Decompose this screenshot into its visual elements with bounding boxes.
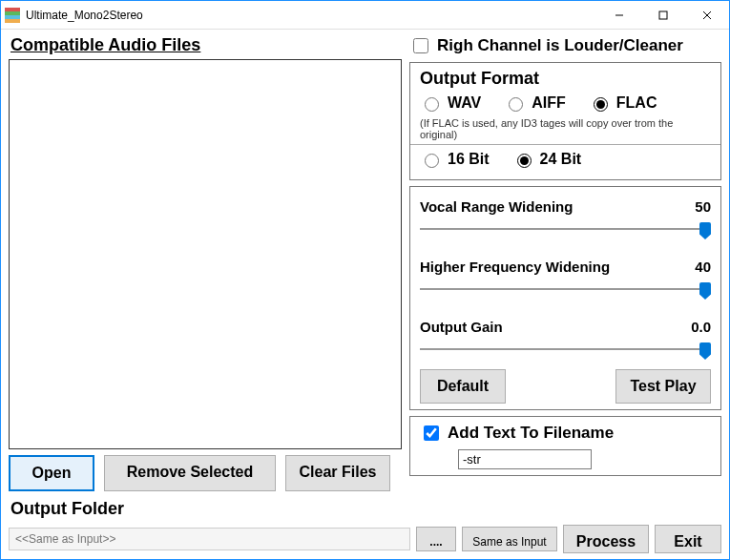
- svg-rect-1: [659, 11, 667, 19]
- maximize-button[interactable]: [641, 1, 685, 30]
- titlebar: Ultimate_Mono2Stereo: [1, 1, 729, 30]
- gain-slider[interactable]: [420, 342, 711, 362]
- wav-radio-label[interactable]: WAV: [420, 94, 481, 112]
- output-folder-label: Output Folder: [10, 499, 402, 519]
- app-window: Ultimate_Mono2Stereo Compatible Audio Fi…: [0, 0, 730, 560]
- exit-button[interactable]: Exit: [655, 525, 721, 553]
- minimize-button[interactable]: [597, 1, 641, 30]
- higher-slider[interactable]: [420, 282, 711, 301]
- flac-radio-label[interactable]: FLAC: [589, 94, 657, 112]
- app-icon: [5, 8, 20, 23]
- gain-slider-label: Output Gain: [420, 319, 503, 335]
- output-format-group: Output Format WAV AIFF FLAC (If FLAC is …: [409, 62, 721, 180]
- bit24-radio-label[interactable]: 24 Bit: [512, 151, 582, 168]
- browse-button[interactable]: ....: [416, 527, 456, 551]
- flac-note: (If FLAC is used, any ID3 tages will cop…: [420, 117, 711, 140]
- remove-selected-button[interactable]: Remove Selected: [104, 455, 276, 491]
- default-button[interactable]: Default: [420, 369, 506, 404]
- vocal-slider-value: 50: [695, 198, 711, 215]
- higher-slider-value: 40: [695, 259, 711, 275]
- open-button[interactable]: Open: [9, 455, 94, 491]
- wav-radio[interactable]: [425, 97, 439, 112]
- file-list[interactable]: [9, 59, 402, 449]
- clear-files-button[interactable]: Clear Files: [285, 455, 390, 491]
- add-text-label: Add Text To Filename: [448, 424, 614, 443]
- flac-radio[interactable]: [594, 97, 608, 112]
- sliders-group: Vocal Range Widening 50 Higher Frequency…: [409, 186, 721, 410]
- compatible-files-heading: Compatible Audio Files: [10, 35, 402, 55]
- window-title: Ultimate_Mono2Stereo: [26, 9, 143, 22]
- process-button[interactable]: Process: [563, 525, 649, 553]
- bit16-radio[interactable]: [425, 154, 439, 168]
- vocal-slider[interactable]: [420, 222, 711, 241]
- add-text-group: Add Text To Filename: [409, 416, 721, 476]
- bit24-radio[interactable]: [517, 154, 532, 168]
- gain-slider-value: 0.0: [691, 319, 711, 335]
- higher-slider-label: Higher Frequency Widening: [420, 259, 610, 275]
- same-as-input-button[interactable]: Same as Input: [462, 527, 557, 551]
- aiff-radio[interactable]: [509, 97, 523, 112]
- righ-channel-label: Righ Channel is Louder/Cleaner: [437, 36, 683, 55]
- aiff-radio-label[interactable]: AIFF: [504, 94, 566, 112]
- bit16-radio-label[interactable]: 16 Bit: [420, 151, 490, 168]
- righ-channel-checkbox[interactable]: [413, 38, 428, 53]
- output-folder-input[interactable]: [9, 528, 410, 550]
- test-play-button[interactable]: Test Play: [615, 369, 711, 404]
- add-text-input[interactable]: [458, 449, 592, 469]
- vocal-slider-label: Vocal Range Widening: [420, 198, 573, 215]
- output-format-title: Output Format: [420, 69, 711, 89]
- footer: .... Same as Input Process Exit: [9, 525, 721, 553]
- close-button[interactable]: [685, 1, 729, 30]
- add-text-checkbox[interactable]: [424, 425, 439, 441]
